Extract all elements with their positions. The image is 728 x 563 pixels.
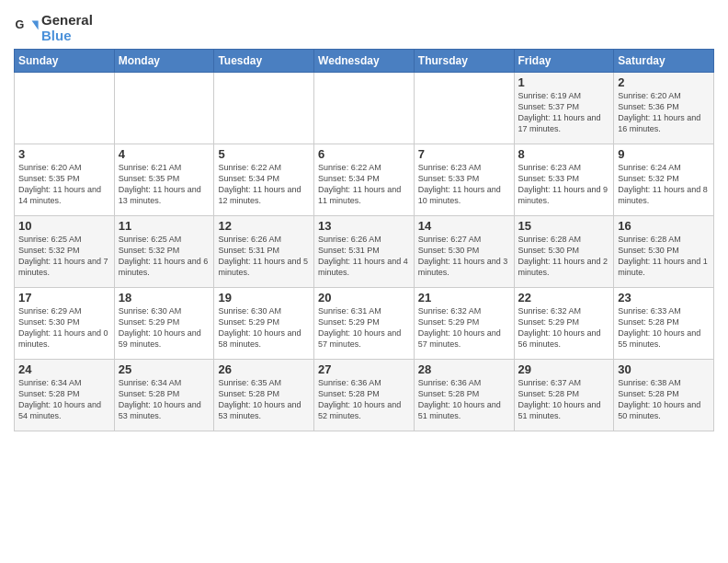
day-info: Sunrise: 6:29 AM Sunset: 5:30 PM Dayligh…	[18, 305, 110, 350]
day-number: 22	[518, 291, 610, 304]
day-number: 15	[518, 219, 610, 233]
day-info: Sunrise: 6:25 AM Sunset: 5:32 PM Dayligh…	[119, 234, 210, 279]
col-header-saturday: Saturday	[614, 50, 714, 73]
header: G General Blue	[14, 9, 714, 43]
day-info: Sunrise: 6:28 AM Sunset: 5:30 PM Dayligh…	[618, 234, 710, 279]
day-cell: 27Sunrise: 6:36 AM Sunset: 5:28 PM Dayli…	[314, 360, 415, 431]
day-number: 7	[418, 147, 510, 161]
day-cell: 8Sunrise: 6:23 AM Sunset: 5:33 PM Daylig…	[514, 144, 614, 216]
day-cell: 23Sunrise: 6:33 AM Sunset: 5:28 PM Dayli…	[614, 288, 714, 360]
day-info: Sunrise: 6:25 AM Sunset: 5:32 PM Dayligh…	[18, 234, 110, 279]
day-number: 8	[518, 147, 610, 161]
day-info: Sunrise: 6:28 AM Sunset: 5:30 PM Dayligh…	[518, 234, 610, 279]
day-number: 24	[18, 362, 110, 376]
day-cell: 14Sunrise: 6:27 AM Sunset: 5:30 PM Dayli…	[414, 216, 514, 288]
week-row-4: 17Sunrise: 6:29 AM Sunset: 5:30 PM Dayli…	[15, 288, 714, 360]
day-number: 27	[318, 362, 410, 376]
col-header-wednesday: Wednesday	[314, 50, 415, 73]
day-number: 9	[618, 147, 710, 161]
week-row-5: 24Sunrise: 6:34 AM Sunset: 5:28 PM Dayli…	[15, 360, 714, 431]
day-number: 11	[119, 219, 210, 233]
day-cell: 1Sunrise: 6:19 AM Sunset: 5:37 PM Daylig…	[514, 73, 614, 144]
day-number: 17	[18, 291, 110, 304]
day-cell: 28Sunrise: 6:36 AM Sunset: 5:28 PM Dayli…	[414, 360, 514, 431]
day-number: 20	[318, 291, 410, 304]
day-cell: 20Sunrise: 6:31 AM Sunset: 5:29 PM Dayli…	[314, 288, 415, 360]
day-number: 14	[418, 219, 510, 233]
main-container: G General Blue SundayMondayTuesdayWednes…	[0, 0, 728, 441]
day-number: 29	[518, 362, 610, 376]
day-info: Sunrise: 6:30 AM Sunset: 5:29 PM Dayligh…	[218, 305, 310, 350]
day-info: Sunrise: 6:32 AM Sunset: 5:29 PM Dayligh…	[518, 305, 610, 350]
day-cell: 18Sunrise: 6:30 AM Sunset: 5:29 PM Dayli…	[114, 288, 214, 360]
day-number: 12	[218, 219, 310, 233]
day-info: Sunrise: 6:36 AM Sunset: 5:28 PM Dayligh…	[418, 377, 510, 422]
logo-icon: G	[14, 16, 40, 41]
col-header-thursday: Thursday	[414, 50, 514, 73]
day-cell: 11Sunrise: 6:25 AM Sunset: 5:32 PM Dayli…	[114, 216, 214, 288]
svg-marker-1	[32, 20, 39, 29]
day-cell: 17Sunrise: 6:29 AM Sunset: 5:30 PM Dayli…	[15, 288, 115, 360]
day-info: Sunrise: 6:34 AM Sunset: 5:28 PM Dayligh…	[119, 377, 210, 422]
day-info: Sunrise: 6:36 AM Sunset: 5:28 PM Dayligh…	[318, 377, 410, 422]
day-number: 19	[218, 291, 310, 304]
day-info: Sunrise: 6:22 AM Sunset: 5:34 PM Dayligh…	[218, 162, 310, 207]
day-cell	[214, 73, 314, 144]
day-cell: 10Sunrise: 6:25 AM Sunset: 5:32 PM Dayli…	[15, 216, 115, 288]
day-info: Sunrise: 6:26 AM Sunset: 5:31 PM Dayligh…	[318, 234, 410, 279]
col-header-tuesday: Tuesday	[214, 50, 314, 73]
day-cell: 4Sunrise: 6:21 AM Sunset: 5:35 PM Daylig…	[114, 144, 214, 216]
day-number: 16	[618, 219, 710, 233]
day-info: Sunrise: 6:31 AM Sunset: 5:29 PM Dayligh…	[318, 305, 410, 350]
day-number: 23	[618, 291, 710, 304]
day-number: 25	[119, 362, 210, 376]
day-cell: 6Sunrise: 6:22 AM Sunset: 5:34 PM Daylig…	[314, 144, 415, 216]
day-number: 2	[618, 75, 710, 89]
day-cell	[414, 73, 514, 144]
day-number: 26	[218, 362, 310, 376]
day-cell: 24Sunrise: 6:34 AM Sunset: 5:28 PM Dayli…	[15, 360, 115, 431]
day-cell: 7Sunrise: 6:23 AM Sunset: 5:33 PM Daylig…	[414, 144, 514, 216]
day-info: Sunrise: 6:30 AM Sunset: 5:29 PM Dayligh…	[119, 305, 210, 350]
logo: G General Blue	[14, 13, 93, 43]
day-number: 3	[18, 147, 110, 161]
day-cell	[114, 73, 214, 144]
day-cell: 3Sunrise: 6:20 AM Sunset: 5:35 PM Daylig…	[15, 144, 115, 216]
week-row-1: 1Sunrise: 6:19 AM Sunset: 5:37 PM Daylig…	[15, 73, 714, 144]
svg-text:G: G	[15, 18, 24, 31]
day-number: 10	[18, 219, 110, 233]
day-number: 13	[318, 219, 410, 233]
day-cell: 19Sunrise: 6:30 AM Sunset: 5:29 PM Dayli…	[214, 288, 314, 360]
day-info: Sunrise: 6:20 AM Sunset: 5:36 PM Dayligh…	[618, 90, 710, 135]
day-number: 21	[418, 291, 510, 304]
week-row-3: 10Sunrise: 6:25 AM Sunset: 5:32 PM Dayli…	[15, 216, 714, 288]
calendar-table: SundayMondayTuesdayWednesdayThursdayFrid…	[14, 49, 714, 431]
day-info: Sunrise: 6:26 AM Sunset: 5:31 PM Dayligh…	[218, 234, 310, 279]
day-cell: 30Sunrise: 6:38 AM Sunset: 5:28 PM Dayli…	[614, 360, 714, 431]
day-info: Sunrise: 6:33 AM Sunset: 5:28 PM Dayligh…	[618, 305, 710, 350]
day-cell	[15, 73, 115, 144]
day-info: Sunrise: 6:19 AM Sunset: 5:37 PM Dayligh…	[518, 90, 610, 135]
col-header-friday: Friday	[514, 50, 614, 73]
day-number: 4	[119, 147, 210, 161]
day-number: 18	[119, 291, 210, 304]
day-cell: 9Sunrise: 6:24 AM Sunset: 5:32 PM Daylig…	[614, 144, 714, 216]
logo-text: General Blue	[41, 13, 93, 43]
day-cell: 2Sunrise: 6:20 AM Sunset: 5:36 PM Daylig…	[614, 73, 714, 144]
day-cell: 25Sunrise: 6:34 AM Sunset: 5:28 PM Dayli…	[114, 360, 214, 431]
day-cell: 21Sunrise: 6:32 AM Sunset: 5:29 PM Dayli…	[414, 288, 514, 360]
day-info: Sunrise: 6:35 AM Sunset: 5:28 PM Dayligh…	[218, 377, 310, 422]
day-cell	[314, 73, 415, 144]
day-cell: 26Sunrise: 6:35 AM Sunset: 5:28 PM Dayli…	[214, 360, 314, 431]
day-number: 30	[618, 362, 710, 376]
col-header-sunday: Sunday	[15, 50, 115, 73]
day-cell: 12Sunrise: 6:26 AM Sunset: 5:31 PM Dayli…	[214, 216, 314, 288]
day-info: Sunrise: 6:32 AM Sunset: 5:29 PM Dayligh…	[418, 305, 510, 350]
day-number: 1	[518, 75, 610, 89]
day-info: Sunrise: 6:37 AM Sunset: 5:28 PM Dayligh…	[518, 377, 610, 422]
day-cell: 22Sunrise: 6:32 AM Sunset: 5:29 PM Dayli…	[514, 288, 614, 360]
day-cell: 16Sunrise: 6:28 AM Sunset: 5:30 PM Dayli…	[614, 216, 714, 288]
week-row-2: 3Sunrise: 6:20 AM Sunset: 5:35 PM Daylig…	[15, 144, 714, 216]
day-cell: 5Sunrise: 6:22 AM Sunset: 5:34 PM Daylig…	[214, 144, 314, 216]
day-info: Sunrise: 6:23 AM Sunset: 5:33 PM Dayligh…	[518, 162, 610, 207]
